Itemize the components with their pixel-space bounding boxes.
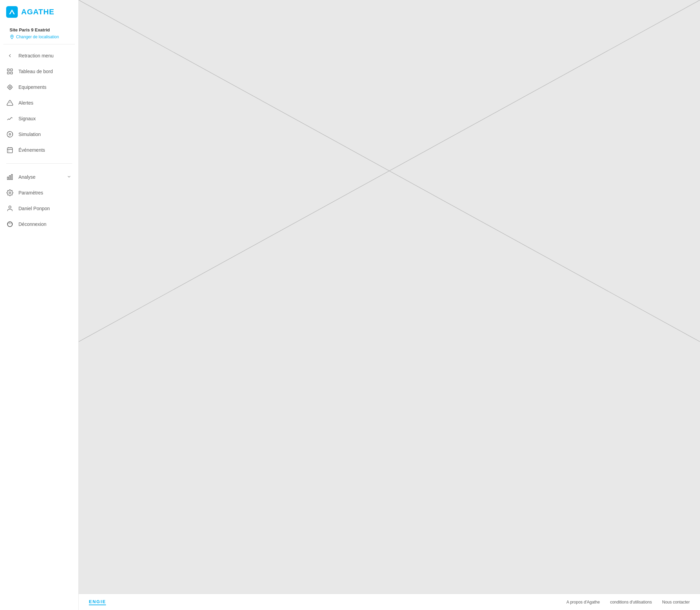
- dashboard-icon: [6, 68, 14, 75]
- svg-point-23: [9, 206, 11, 208]
- sidebar-item-signaux[interactable]: Signaux: [0, 111, 78, 126]
- svg-rect-20: [9, 176, 10, 180]
- sidebar-item-user[interactable]: Daniel Ponpon: [0, 201, 78, 216]
- svg-rect-19: [8, 177, 9, 180]
- sidebar-item-label: Tableau de bord: [18, 69, 53, 74]
- svg-rect-1: [11, 69, 13, 71]
- location-pin-icon: [10, 35, 14, 39]
- svg-rect-21: [11, 175, 12, 180]
- retract-menu-button[interactable]: Retraction menu: [0, 48, 78, 64]
- svg-rect-13: [8, 148, 13, 153]
- sidebar-item-deconnexion[interactable]: Déconnexion: [0, 216, 78, 232]
- svg-rect-3: [11, 72, 13, 74]
- logo-area: agathe: [0, 0, 78, 23]
- footer: ENGIE A propos d'Agathe conditions d'uti…: [79, 594, 700, 610]
- signaux-icon: [6, 115, 14, 122]
- change-location-button[interactable]: Changer de localisation: [10, 35, 69, 39]
- footer-link-contact[interactable]: Nous contacter: [662, 600, 690, 605]
- user-icon: [6, 205, 14, 212]
- svg-rect-0: [8, 69, 10, 71]
- analyse-icon: [6, 173, 14, 181]
- footer-logo: ENGIE: [89, 599, 106, 605]
- main-content: ENGIE A propos d'Agathe conditions d'uti…: [79, 0, 700, 610]
- svg-point-22: [9, 192, 11, 194]
- sidebar-item-parametres[interactable]: Paramètres: [0, 185, 78, 201]
- sidebar-item-label: Equipements: [18, 84, 46, 90]
- nav-divider: [6, 163, 72, 164]
- location-area: Site Paris 9 Exatrid Changer de localisa…: [3, 23, 75, 44]
- deconnexion-icon: [6, 220, 14, 228]
- retract-menu-label: Retraction menu: [18, 53, 54, 58]
- sidebar-item-label: Daniel Ponpon: [18, 206, 50, 211]
- svg-point-5: [9, 86, 11, 88]
- equipment-icon: [6, 83, 14, 91]
- footer-link-conditions[interactable]: conditions d'utilisations: [610, 600, 652, 605]
- sidebar-item-label: Événements: [18, 147, 45, 153]
- parametres-icon: [6, 189, 14, 196]
- sidebar-item-analyse[interactable]: Analyse: [0, 169, 78, 185]
- nav-section-secondary: Analyse Paramètres: [0, 166, 78, 235]
- sidebar-item-label: Alertes: [18, 100, 33, 106]
- chevron-left-icon: [6, 52, 14, 59]
- svg-point-4: [8, 85, 12, 89]
- chevron-down-icon: [67, 174, 72, 180]
- sidebar: agathe Site Paris 9 Exatrid Changer de l…: [0, 0, 79, 610]
- evenements-icon: [6, 146, 14, 154]
- alertes-icon: [6, 99, 14, 107]
- footer-link-about[interactable]: A propos d'Agathe: [566, 600, 600, 605]
- location-name: Site Paris 9 Exatrid: [10, 27, 69, 32]
- placeholder-graphic: [79, 0, 700, 342]
- nav-section-main: Retraction menu Tableau de bord: [0, 44, 78, 161]
- sidebar-item-tableau-de-bord[interactable]: Tableau de bord: [0, 64, 78, 79]
- svg-point-12: [9, 134, 11, 135]
- change-location-label: Changer de localisation: [16, 35, 59, 39]
- sidebar-item-label: Signaux: [18, 116, 36, 121]
- svg-rect-2: [8, 72, 10, 74]
- sidebar-item-evenements[interactable]: Événements: [0, 142, 78, 158]
- sidebar-item-alertes[interactable]: Alertes: [0, 95, 78, 111]
- sidebar-item-label: Simulation: [18, 132, 41, 137]
- simulation-icon: [6, 131, 14, 138]
- sidebar-item-label: Analyse: [18, 174, 36, 180]
- agathe-logo-icon: [6, 6, 18, 18]
- footer-links: A propos d'Agathe conditions d'utilisati…: [566, 600, 690, 605]
- placeholder-area: [79, 0, 700, 594]
- sidebar-item-label: Déconnexion: [18, 221, 46, 227]
- engie-logo-text: ENGIE: [89, 599, 106, 605]
- app-title: agathe: [21, 8, 54, 16]
- sidebar-item-equipements[interactable]: Equipements: [0, 79, 78, 95]
- sidebar-item-simulation[interactable]: Simulation: [0, 126, 78, 142]
- sidebar-item-label: Paramètres: [18, 190, 43, 195]
